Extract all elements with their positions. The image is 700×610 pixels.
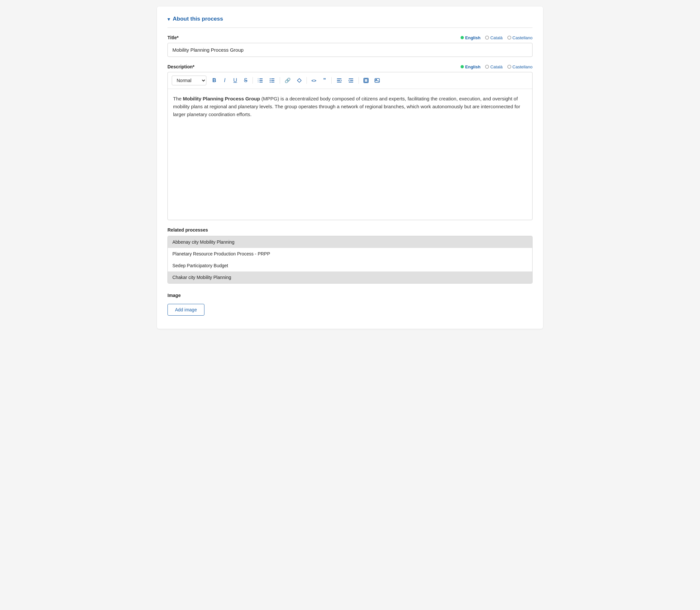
list-item[interactable]: Chakar city Mobility Planning (168, 272, 532, 283)
castellano-radio (507, 36, 511, 39)
desc-castellano-radio (507, 65, 511, 69)
title-lang-castellano[interactable]: Castellano (507, 35, 532, 40)
desc-catala-label: Català (490, 64, 503, 69)
editor-paragraph: The Mobility Planning Process Group (MPP… (173, 95, 527, 118)
section-header: ▾ About this process (168, 16, 532, 22)
chevron-icon: ▾ (168, 16, 170, 22)
related-processes-label: Related processes (168, 227, 532, 232)
indent-right-button[interactable] (346, 76, 356, 85)
svg-rect-11 (271, 82, 274, 82)
desc-english-label: English (465, 64, 480, 69)
italic-button[interactable]: I (220, 76, 229, 85)
svg-point-6 (270, 79, 271, 79)
title-field-row: Title* English Català Castellano (168, 35, 532, 40)
catala-radio (485, 36, 489, 39)
page-wrapper: ▾ About this process Title* English Cata… (157, 6, 543, 329)
svg-rect-19 (349, 82, 353, 82)
svg-text:3: 3 (258, 81, 259, 83)
desc-english-active-dot (461, 65, 464, 68)
clear-format-button[interactable] (295, 76, 304, 85)
indent-left-button[interactable] (334, 76, 345, 85)
editor-text-intro: The (173, 96, 183, 101)
description-label: Description* (168, 64, 194, 69)
image-section-label: Image (168, 293, 532, 298)
toolbar-divider-4 (331, 77, 332, 84)
svg-point-10 (270, 82, 271, 83)
svg-rect-14 (337, 80, 340, 81)
add-image-button[interactable]: Add image (168, 304, 204, 316)
title-english-label: English (465, 35, 480, 40)
list-item[interactable]: Sedep Participatory Budget (168, 260, 532, 272)
svg-marker-12 (297, 79, 301, 82)
link-button[interactable]: 🔗 (282, 76, 293, 85)
title-input[interactable] (168, 43, 532, 57)
toolbar-divider-5 (359, 77, 359, 84)
ordered-list-button[interactable]: 123 (255, 76, 266, 85)
quote-button[interactable]: " (320, 76, 329, 85)
desc-castellano-label: Castellano (512, 64, 532, 69)
title-castellano-label: Castellano (512, 35, 532, 40)
svg-rect-2 (259, 82, 262, 82)
desc-lang-castellano[interactable]: Castellano (507, 64, 532, 69)
svg-rect-0 (259, 79, 262, 79)
english-active-dot (461, 36, 464, 39)
list-item[interactable]: Planetary Resource Production Process - … (168, 248, 532, 260)
title-lang-catala[interactable]: Català (485, 35, 503, 40)
editor-toolbar: Normal Heading 1 Heading 2 Heading 3 B I… (168, 72, 532, 89)
divider (168, 28, 532, 28)
list-item[interactable]: Abbenay city Mobility Planning (168, 236, 532, 248)
title-label: Title* (168, 35, 179, 40)
description-field-row: Description* English Català Castellano (168, 64, 532, 69)
underline-button[interactable]: U (230, 76, 240, 85)
desc-lang-english[interactable]: English (461, 64, 480, 69)
title-lang-english[interactable]: English (461, 35, 480, 40)
related-processes-list: Abbenay city Mobility Planning Planetary… (168, 236, 532, 284)
svg-point-8 (270, 80, 271, 81)
svg-rect-15 (337, 82, 341, 82)
svg-rect-13 (337, 79, 341, 79)
title-lang-selector: English Català Castellano (461, 35, 532, 40)
svg-rect-7 (271, 79, 274, 79)
toolbar-divider-1 (253, 77, 253, 84)
title-catala-label: Català (490, 35, 503, 40)
editor-text-bold: Mobility Planning Process Group (183, 96, 260, 101)
svg-rect-22 (364, 79, 368, 82)
unordered-list-button[interactable] (267, 76, 277, 85)
code-button[interactable]: <> (309, 76, 319, 85)
toolbar-divider-3 (306, 77, 307, 84)
section-title-link[interactable]: About this process (173, 16, 223, 22)
editor-content[interactable]: The Mobility Planning Process Group (MPP… (168, 89, 532, 220)
embed-button[interactable] (361, 76, 371, 85)
svg-marker-16 (341, 80, 342, 81)
format-select[interactable]: Normal Heading 1 Heading 2 Heading 3 (172, 76, 206, 85)
svg-rect-1 (259, 80, 262, 81)
bold-button[interactable]: B (210, 76, 219, 85)
desc-catala-radio (485, 65, 489, 69)
svg-rect-9 (271, 80, 274, 81)
image-toolbar-button[interactable] (372, 76, 382, 85)
strikethrough-button[interactable]: S (241, 76, 250, 85)
toolbar-divider-2 (280, 77, 280, 84)
svg-rect-23 (375, 79, 379, 82)
svg-rect-18 (350, 80, 353, 81)
desc-lang-catala[interactable]: Català (485, 64, 503, 69)
svg-marker-20 (348, 80, 349, 81)
description-lang-selector: English Català Castellano (461, 64, 532, 69)
editor-wrapper: Normal Heading 1 Heading 2 Heading 3 B I… (168, 72, 532, 220)
svg-rect-17 (349, 79, 353, 79)
